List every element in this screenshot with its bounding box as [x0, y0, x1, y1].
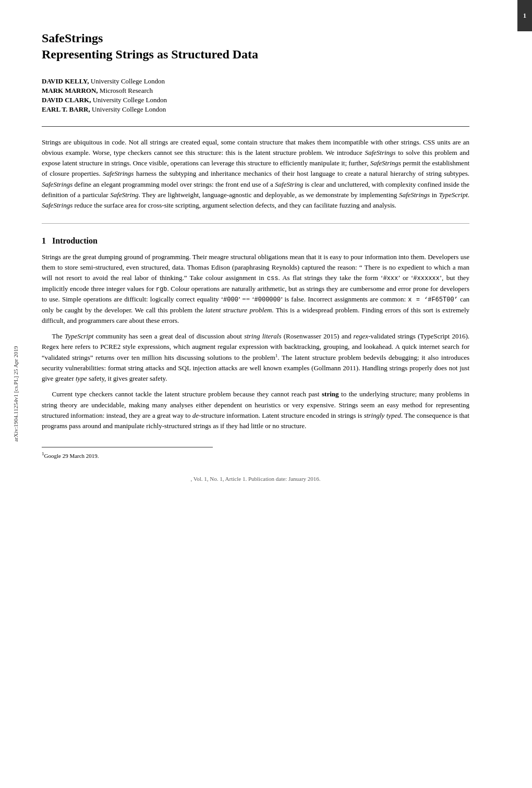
abstract-divider — [42, 223, 469, 224]
footer-text: , Vol. 1, No. 1, Article 1. Publication … — [190, 476, 320, 482]
paper-title-line1: SafeStrings — [42, 31, 469, 45]
section-1-para-1: Strings are the great dumping ground of … — [42, 252, 469, 326]
author-name-3: DAVID CLARK, — [42, 96, 91, 104]
section-1-para-2: The TypeScript community has seen a grea… — [42, 331, 469, 384]
author-line-1: DAVID KELLY, University College London — [42, 77, 469, 86]
author-affiliation-4: University College London — [90, 105, 166, 113]
authors-section: DAVID KELLY, University College London M… — [42, 77, 469, 114]
section-1-title: Introduction — [52, 236, 98, 245]
section-1: 1 Introduction Strings are the great dum… — [42, 236, 469, 431]
page-number: 1 — [523, 11, 527, 20]
abstract-section: Strings are ubiquitous in code. Not all … — [42, 137, 469, 211]
author-line-4: EARL T. BARR, University College London — [42, 105, 469, 114]
author-line-2: MARK MARRON, Microsoft Research — [42, 87, 469, 95]
footnote-1: 1Google 29 March 2019. — [42, 451, 213, 460]
title-divider — [42, 126, 469, 127]
title-section: SafeStrings Representing Strings as Stru… — [42, 31, 469, 62]
footnote-text: Google 29 March 2019. — [44, 453, 99, 459]
page-number-tab: 1 — [517, 0, 532, 31]
section-1-number: 1 — [42, 236, 46, 245]
author-line-3: DAVID CLARK, University College London — [42, 96, 469, 104]
author-affiliation-1: University College London — [89, 77, 165, 85]
author-affiliation-3: University College London — [91, 96, 167, 104]
section-1-para-3: Current type checkers cannot tackle the … — [42, 389, 469, 431]
footer: , Vol. 1, No. 1, Article 1. Publication … — [42, 476, 469, 482]
page: arXiv:1904.11254v1 [cs.PL] 25 Apr 2019 1… — [0, 0, 532, 788]
author-name-1: DAVID KELLY, — [42, 77, 89, 85]
main-content: SafeStrings Representing Strings as Stru… — [31, 0, 501, 788]
arxiv-label: arXiv:1904.11254v1 [cs.PL] 25 Apr 2019 — [13, 346, 19, 442]
author-name-4: EARL T. BARR, — [42, 105, 90, 113]
footnote-section: 1Google 29 March 2019. — [42, 447, 213, 460]
author-affiliation-2: Microsoft Research — [98, 87, 153, 94]
author-name-2: MARK MARRON, — [42, 87, 98, 94]
arxiv-sidebar: arXiv:1904.11254v1 [cs.PL] 25 Apr 2019 — [0, 0, 31, 788]
paper-title-line2: Representing Strings as Structured Data — [42, 47, 469, 62]
section-1-heading: 1 Introduction — [42, 236, 469, 246]
abstract-text: Strings are ubiquitous in code. Not all … — [42, 137, 469, 211]
